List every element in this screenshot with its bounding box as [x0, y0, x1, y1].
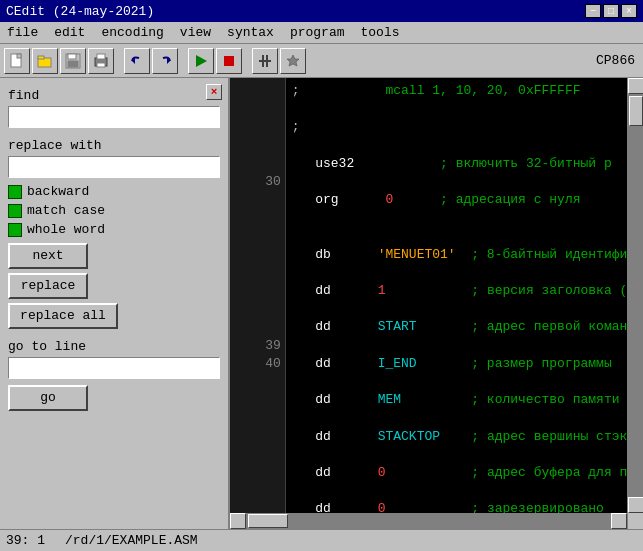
match-case-option[interactable]: match case — [8, 203, 220, 218]
code-line: ; — [292, 118, 621, 136]
toolbar-print[interactable] — [88, 48, 114, 74]
maximize-button[interactable]: □ — [603, 4, 619, 18]
find-input[interactable] — [8, 106, 220, 128]
find-panel: × find replace with backward match case … — [0, 78, 230, 529]
status-bar: 39: 1 /rd/1/EXAMPLE.ASM — [0, 529, 643, 551]
line-num: 30 — [265, 174, 281, 189]
cp-label: CP866 — [596, 53, 639, 68]
toolbar-new[interactable] — [4, 48, 30, 74]
menu-edit[interactable]: edit — [51, 24, 88, 41]
line-numbers: 30 39 40 — [230, 78, 286, 513]
code-line: dd STACKTOP ; адрес вершины стэка — [292, 428, 621, 446]
replace-button[interactable]: replace — [8, 273, 88, 299]
code-line: use32 ; включить 32-битный р — [292, 155, 621, 173]
svg-rect-16 — [266, 55, 268, 67]
line-num — [273, 301, 281, 316]
menu-program[interactable]: program — [287, 24, 348, 41]
toolbar-redo[interactable] — [152, 48, 178, 74]
line-num — [273, 265, 281, 280]
h-scroll-thumb[interactable] — [248, 514, 288, 528]
svg-rect-15 — [262, 55, 264, 67]
toolbar-open[interactable] — [32, 48, 58, 74]
backward-label: backward — [27, 184, 89, 199]
line-num — [273, 119, 281, 134]
minimize-button[interactable]: − — [585, 4, 601, 18]
whole-word-checkbox[interactable] — [8, 223, 22, 237]
next-button[interactable]: next — [8, 243, 88, 269]
scroll-left-button[interactable]: ◄ — [230, 513, 246, 529]
title-bar: CEdit (24-may-2021) − □ × — [0, 0, 643, 22]
whole-word-label: whole word — [27, 222, 105, 237]
menu-syntax[interactable]: syntax — [224, 24, 277, 41]
code-line: dd 1 ; версия заголовка (1 — [292, 282, 621, 300]
scroll-right-button[interactable]: ► — [611, 513, 627, 529]
close-button[interactable]: × — [621, 4, 637, 18]
toolbar-run[interactable] — [188, 48, 214, 74]
code-content[interactable]: ; mcall 1, 10, 20, 0xFFFFFF ; use32 ; вк… — [286, 78, 627, 513]
h-scroll-track[interactable] — [246, 513, 611, 529]
line-num — [273, 429, 281, 444]
scroll-thumb[interactable] — [629, 96, 643, 126]
svg-rect-14 — [259, 60, 271, 62]
horizontal-scrollbar[interactable]: ◄ ► — [230, 513, 627, 529]
code-line: ; mcall 1, 10, 20, 0xFFFFFF — [292, 82, 621, 100]
vertical-scrollbar[interactable]: ▲ ▼ — [627, 78, 643, 513]
find-label: find — [8, 88, 220, 103]
svg-rect-5 — [68, 54, 76, 59]
scroll-up-button[interactable]: ▲ — [628, 78, 644, 94]
svg-rect-8 — [97, 54, 105, 59]
toolbar-config[interactable] — [280, 48, 306, 74]
whole-word-option[interactable]: whole word — [8, 222, 220, 237]
line-num: 39 — [265, 338, 281, 353]
svg-marker-12 — [196, 55, 207, 67]
cursor-position: 39: 1 — [6, 533, 45, 548]
line-num — [273, 319, 281, 334]
line-num — [273, 138, 281, 153]
goto-input[interactable] — [8, 357, 220, 379]
backward-option[interactable]: backward — [8, 184, 220, 199]
match-case-checkbox[interactable] — [8, 204, 22, 218]
window-title: CEdit (24-may-2021) — [6, 4, 154, 19]
line-num — [273, 392, 281, 407]
menu-tools[interactable]: tools — [358, 24, 403, 41]
find-panel-close-button[interactable]: × — [206, 84, 222, 100]
horizontal-scrollbar-row: ◄ ► — [230, 513, 643, 529]
toolbar-build[interactable] — [252, 48, 278, 74]
toolbar-save[interactable] — [60, 48, 86, 74]
line-num — [273, 156, 281, 171]
scroll-down-button[interactable]: ▼ — [628, 497, 644, 513]
replace-with-label: replace with — [8, 138, 220, 153]
code-line: dd 0 ; зарезервировано — [292, 500, 621, 513]
match-case-label: match case — [27, 203, 105, 218]
toolbar-stop[interactable] — [216, 48, 242, 74]
line-num: 40 — [265, 356, 281, 371]
line-num — [273, 410, 281, 425]
svg-rect-3 — [38, 56, 44, 59]
code-line: dd 0 ; адрес буфера для пар — [292, 464, 621, 482]
replace-input[interactable] — [8, 156, 220, 178]
code-line: dd I_END ; размер программы — [292, 355, 621, 373]
code-scroll-area: 30 39 40 ; mcall 1, 10, 20, 0xFFFFFF ; u… — [230, 78, 643, 513]
svg-rect-9 — [97, 63, 105, 67]
main-area: × find replace with backward match case … — [0, 78, 643, 529]
code-line: org 0 ; адресация с нуля — [292, 191, 621, 209]
code-line: dd START ; адрес первой команды — [292, 318, 621, 336]
replace-all-button[interactable]: replace all — [8, 303, 118, 329]
go-to-line-label: go to line — [8, 339, 220, 354]
go-button[interactable]: go — [8, 385, 88, 411]
svg-rect-13 — [224, 56, 234, 66]
backward-checkbox[interactable] — [8, 185, 22, 199]
line-num — [273, 465, 281, 480]
code-panel[interactable]: 30 39 40 ; mcall 1, 10, 20, 0xFFFFFF ; u… — [230, 78, 643, 529]
scroll-track[interactable] — [628, 94, 644, 497]
svg-rect-6 — [68, 61, 78, 67]
line-num — [273, 447, 281, 462]
menu-file[interactable]: file — [4, 24, 41, 41]
line-num — [273, 374, 281, 389]
menu-encoding[interactable]: encoding — [98, 24, 166, 41]
toolbar-undo[interactable] — [124, 48, 150, 74]
file-path: /rd/1/EXAMPLE.ASM — [65, 533, 198, 548]
line-num — [273, 229, 281, 244]
menu-bar: file edit encoding view syntax program t… — [0, 22, 643, 44]
menu-view[interactable]: view — [177, 24, 214, 41]
